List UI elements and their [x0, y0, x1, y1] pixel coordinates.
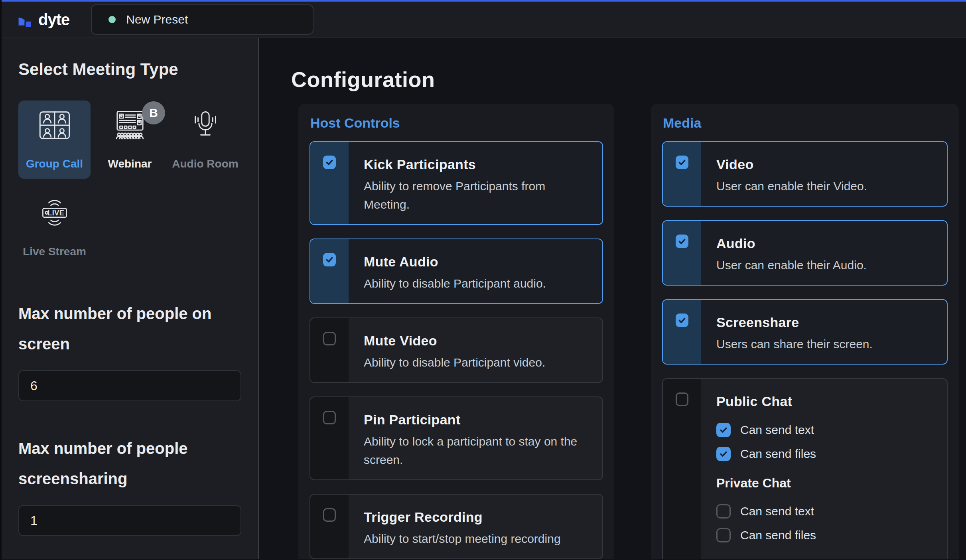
- private-chat-title: Private Chat: [716, 475, 935, 491]
- meeting-type-label: Audio Room: [172, 158, 238, 170]
- checkbox-checked[interactable]: [676, 314, 688, 327]
- card-description: Ability to disable Participant audio.: [364, 274, 590, 293]
- card-description: Ability to start/stop meeting recording: [364, 530, 590, 548]
- meeting-type-group-call[interactable]: Group Call: [18, 101, 91, 179]
- brand-wordmark: dyte: [38, 11, 69, 29]
- card-description: Ability to disable Participant video.: [364, 353, 590, 372]
- config-card-kick-participants[interactable]: Kick Participants Ability to remove Part…: [310, 141, 603, 225]
- page-title: Configuration: [291, 67, 966, 92]
- config-card-mute-video[interactable]: Mute Video Ability to disable Participan…: [310, 317, 603, 383]
- config-card-screenshare[interactable]: Screenshare Users can share their screen…: [662, 299, 948, 365]
- checkbox-checked[interactable]: [716, 423, 731, 437]
- section-title: Host Controls: [310, 115, 603, 131]
- config-card-audio[interactable]: Audio User can enable their Audio.: [662, 220, 948, 286]
- max-people-on-screen-label: Max number of people on screen: [18, 298, 241, 359]
- max-people-screensharing-label: Max number of people screensharing: [18, 433, 241, 494]
- card-title: Trigger Recording: [364, 509, 590, 525]
- webinar-icon: [114, 109, 146, 142]
- card-description: User can enable their Audio.: [716, 256, 935, 274]
- section-title: Media: [663, 115, 948, 131]
- meeting-type-webinar[interactable]: B: [94, 101, 166, 179]
- card-description: User can enable their Video.: [716, 177, 935, 195]
- group-call-icon: [39, 109, 70, 142]
- card-title: Screenshare: [716, 314, 935, 330]
- chat-option-label: Can send text: [740, 505, 814, 518]
- chat-option-row: Can send files: [716, 447, 935, 461]
- checkbox-checked[interactable]: [716, 447, 731, 461]
- config-card-pin-participant[interactable]: Pin Participant Ability to lock a partic…: [310, 396, 603, 480]
- checkbox-unchecked[interactable]: [676, 392, 688, 406]
- sidebar-title: Select Meeting Type: [18, 60, 241, 79]
- chat-option-row: Can send text: [716, 423, 935, 437]
- config-card-public-chat[interactable]: Public Chat Can send text: [662, 378, 948, 559]
- chat-option-label: Can send text: [740, 423, 814, 437]
- checkbox-checked[interactable]: [323, 156, 336, 169]
- max-people-on-screen-input[interactable]: [18, 370, 241, 401]
- card-description: Ability to lock a participant to stay on…: [364, 432, 590, 469]
- config-card-trigger-recording[interactable]: Trigger Recording Ability to start/stop …: [310, 494, 603, 559]
- checkbox-unchecked[interactable]: [323, 332, 336, 345]
- card-title: Pin Participant: [364, 412, 590, 428]
- meeting-type-label: Live Stream: [23, 245, 86, 258]
- card-title: Public Chat: [716, 393, 935, 409]
- max-people-screensharing-input[interactable]: [18, 505, 241, 536]
- checkbox-unchecked[interactable]: [716, 528, 731, 542]
- config-card-video[interactable]: Video User can enable their Video.: [662, 141, 948, 207]
- checkbox-unchecked[interactable]: [323, 411, 336, 424]
- section-media: Media Video User can enable their Video.: [651, 104, 959, 559]
- svg-text:LIVE: LIVE: [47, 209, 64, 217]
- checkbox-strip: [310, 142, 349, 224]
- card-title: Mute Video: [364, 333, 590, 349]
- checkbox-checked[interactable]: [323, 253, 336, 266]
- audio-room-icon: [191, 109, 220, 142]
- card-description: Ability to remove Participants from Meet…: [364, 177, 590, 214]
- checkbox-strip: [310, 397, 349, 479]
- meeting-type-label: Group Call: [26, 158, 83, 170]
- checkbox-strip: [663, 142, 701, 206]
- card-title: Mute Audio: [364, 254, 590, 270]
- meeting-type-label: Webinar: [108, 158, 152, 170]
- preset-status-dot-icon: [108, 16, 116, 23]
- chat-option-label: Can send files: [740, 528, 816, 542]
- checkbox-strip: [310, 239, 349, 303]
- app-header: dyte New Preset: [2, 2, 966, 38]
- chat-option-label: Can send files: [740, 447, 816, 461]
- config-card-mute-audio[interactable]: Mute Audio Ability to disable Participan…: [310, 239, 603, 304]
- checkbox-checked[interactable]: [676, 235, 688, 248]
- preset-name-field[interactable]: New Preset: [91, 4, 313, 35]
- checkbox-unchecked[interactable]: [716, 504, 731, 519]
- meeting-type-audio-room[interactable]: Audio Room: [169, 101, 241, 179]
- card-description: Users can share their screen.: [716, 335, 935, 353]
- dyte-logo-icon: [16, 10, 34, 29]
- sidebar: Select Meeting Type: [2, 38, 259, 559]
- card-title: Audio: [716, 235, 935, 251]
- meeting-type-grid: Group Call B: [18, 101, 241, 266]
- checkbox-strip: [310, 495, 349, 558]
- live-stream-icon: LIVE: [39, 197, 70, 229]
- chat-option-row: Can send text: [716, 504, 935, 519]
- chat-option-row: Can send files: [716, 528, 935, 542]
- meeting-type-live-stream[interactable]: LIVE Live Stream: [18, 188, 91, 266]
- section-host-controls: Host Controls Kick Participants Ability …: [298, 104, 614, 559]
- beta-badge: B: [142, 101, 165, 124]
- checkbox-strip: [663, 221, 701, 285]
- checkbox-strip: [663, 300, 701, 364]
- preset-name-value: New Preset: [126, 13, 188, 26]
- checkbox-strip: [663, 379, 701, 559]
- checkbox-checked[interactable]: [676, 156, 688, 169]
- checkbox-unchecked[interactable]: [323, 508, 336, 522]
- card-title: Kick Participants: [364, 156, 590, 172]
- card-title: Video: [716, 156, 935, 172]
- main-area: Configuration Host Controls Kick Partici…: [259, 38, 966, 559]
- checkbox-strip: [310, 318, 349, 382]
